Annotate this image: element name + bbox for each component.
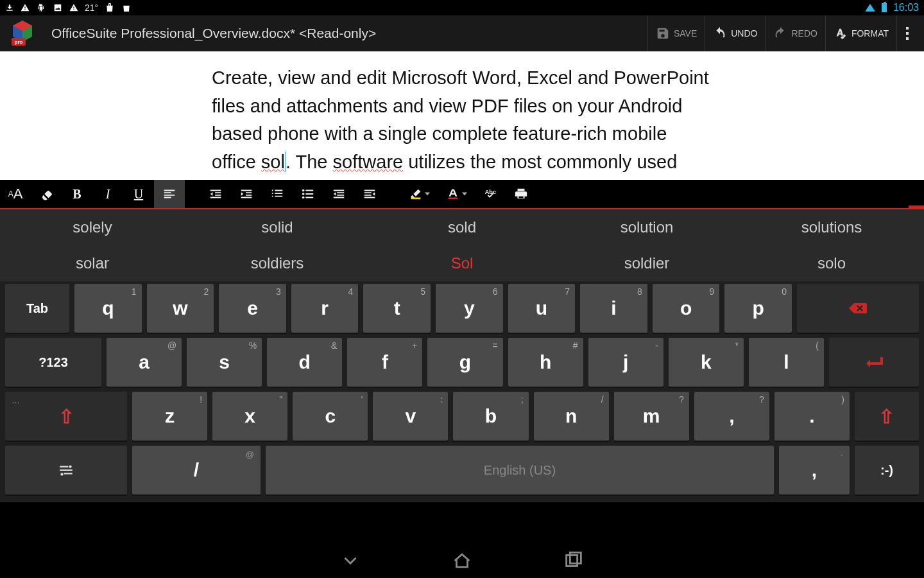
- key-p[interactable]: 0p: [724, 284, 792, 333]
- key-m[interactable]: ?m: [614, 392, 689, 441]
- tab-key[interactable]: Tab: [5, 284, 69, 333]
- spell-error[interactable]: sol: [261, 152, 285, 172]
- key-s[interactable]: %s: [187, 338, 262, 387]
- key-x[interactable]: "x: [212, 392, 287, 441]
- italic-button[interactable]: I: [92, 180, 123, 208]
- android-nav-bar: [0, 543, 924, 578]
- key-g[interactable]: =g: [427, 338, 502, 387]
- shift-key-left[interactable]: … ⇧: [5, 392, 127, 441]
- key-o[interactable]: 9o: [653, 284, 720, 333]
- nav-recent[interactable]: [563, 550, 585, 572]
- suggestion-item[interactable]: soldier: [554, 245, 739, 281]
- key-a[interactable]: @a: [107, 338, 182, 387]
- key-w[interactable]: 2w: [147, 284, 214, 333]
- key-r[interactable]: 4r: [291, 284, 359, 333]
- document-area[interactable]: Create, view and edit Microsoft Word, Ex…: [0, 51, 924, 180]
- keyboard-suggestions: solelysolidsoldsolutionsolutions solarso…: [0, 209, 924, 281]
- align-left-button[interactable]: [154, 180, 185, 208]
- settings-key[interactable]: [5, 446, 127, 495]
- key-y[interactable]: 6y: [436, 284, 503, 333]
- print-button[interactable]: [506, 180, 536, 208]
- key-v[interactable]: :v: [373, 392, 448, 441]
- font-size-button[interactable]: AA: [0, 180, 31, 208]
- svg-rect-9: [449, 198, 458, 200]
- indent-increase-button[interactable]: [231, 180, 262, 208]
- wifi-icon: [865, 4, 875, 12]
- indent-decrease-button[interactable]: [200, 180, 231, 208]
- highlight-button[interactable]: [400, 180, 431, 208]
- keyboard: Tab 1q2w3e4r5t6y7u8i9o0p ?123 @a%s&d+f=g…: [0, 281, 924, 502]
- undo-button[interactable]: UNDO: [705, 15, 765, 51]
- key-n[interactable]: /n: [534, 392, 609, 441]
- key-f[interactable]: +f: [347, 338, 422, 387]
- app-logo[interactable]: pro: [6, 17, 38, 49]
- key-j[interactable]: -j: [588, 338, 663, 387]
- paint-format-button[interactable]: [31, 180, 62, 208]
- suggestion-item[interactable]: Sol: [370, 245, 554, 281]
- suggestion-item[interactable]: soldiers: [185, 245, 370, 281]
- symbols-key[interactable]: ?123: [5, 338, 101, 387]
- indent-button[interactable]: [354, 180, 385, 208]
- key-z[interactable]: !z: [132, 392, 207, 441]
- android-icon: [36, 3, 46, 12]
- warning-icon: [21, 3, 30, 12]
- key-.[interactable]: ).: [774, 392, 850, 441]
- space-key[interactable]: English (US): [266, 446, 774, 495]
- bold-button[interactable]: B: [62, 180, 92, 208]
- key-u[interactable]: 7u: [508, 284, 576, 333]
- numbered-list-button[interactable]: [262, 180, 293, 208]
- key-i[interactable]: 8i: [580, 284, 647, 333]
- redo-button[interactable]: REDO: [765, 15, 825, 51]
- key-l[interactable]: (l: [749, 338, 824, 387]
- temperature: 21°: [85, 3, 98, 13]
- font-color-button[interactable]: [438, 180, 468, 208]
- enter-key[interactable]: [829, 338, 919, 387]
- suggestion-row: solarsoldiersSolsoldiersolo: [0, 245, 924, 281]
- suggestion-item[interactable]: solo: [739, 245, 924, 281]
- battery-icon: [882, 3, 887, 12]
- emoji-key[interactable]: :-): [855, 446, 919, 495]
- slash-key[interactable]: @/: [132, 446, 261, 495]
- key-,[interactable]: ?,: [694, 392, 769, 441]
- suggestion-item[interactable]: solution: [554, 209, 739, 245]
- svg-text:Abc: Abc: [485, 189, 496, 195]
- underline-button[interactable]: U: [123, 180, 154, 208]
- suggestion-item[interactable]: solely: [0, 209, 185, 245]
- key-b[interactable]: ;b: [453, 392, 528, 441]
- shopping-bag-icon: [105, 3, 115, 13]
- key-e[interactable]: 3e: [219, 284, 286, 333]
- key-h[interactable]: #h: [508, 338, 583, 387]
- save-button[interactable]: SAVE: [647, 15, 705, 51]
- key-c[interactable]: 'c: [293, 392, 368, 441]
- svg-text:pro: pro: [15, 39, 23, 45]
- suggestion-item[interactable]: solar: [0, 245, 185, 281]
- spell-error[interactable]: software: [333, 152, 404, 172]
- suggestion-drag-handle[interactable]: [909, 206, 924, 209]
- outdent-button[interactable]: [323, 180, 354, 208]
- overflow-menu[interactable]: [896, 15, 918, 51]
- nav-home[interactable]: [451, 550, 473, 572]
- key-t[interactable]: 5t: [363, 284, 431, 333]
- android-status-bar: 21° 16:03: [0, 0, 924, 15]
- document-title: OfficeSuite Professional_Overview.docx* …: [51, 26, 376, 41]
- suggestion-item[interactable]: solid: [185, 209, 370, 245]
- svg-point-11: [69, 465, 71, 468]
- suggestion-item[interactable]: sold: [370, 209, 554, 245]
- svg-rect-14: [570, 552, 581, 563]
- backspace-key[interactable]: [797, 284, 919, 333]
- format-toolbar: AA B I U Abc: [0, 180, 924, 209]
- key-d[interactable]: &d: [267, 338, 342, 387]
- svg-point-5: [302, 189, 305, 192]
- format-button[interactable]: FORMAT: [825, 15, 896, 51]
- svg-rect-13: [567, 556, 578, 566]
- key-k[interactable]: *k: [669, 338, 744, 387]
- bullet-list-button[interactable]: [293, 180, 323, 208]
- spellcheck-button[interactable]: Abc: [475, 180, 506, 208]
- suggestion-item[interactable]: solutions: [739, 209, 924, 245]
- key-q[interactable]: 1q: [74, 284, 142, 333]
- comma-key[interactable]: -,: [779, 446, 850, 495]
- nav-back-hide-keyboard[interactable]: [339, 550, 361, 572]
- status-left: 21°: [5, 3, 132, 13]
- shift-key-right[interactable]: ⇧: [855, 392, 919, 441]
- image-icon: [53, 3, 63, 12]
